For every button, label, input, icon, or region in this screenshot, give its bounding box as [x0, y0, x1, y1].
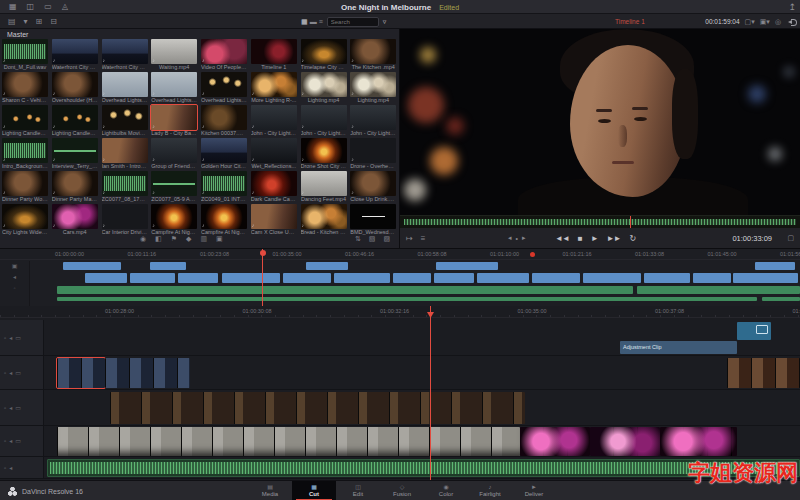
media-clip[interactable]: ♪Video Of People ... [201, 39, 249, 71]
filmstrip-view-icon[interactable]: ▬ [310, 18, 317, 26]
timeline-overview[interactable]: 01:00:00:0001:00:11:1601:00:23:0801:00:3… [0, 248, 800, 306]
lock-icon[interactable]: ▫ [4, 438, 6, 444]
speed-change-icon[interactable]: ↦ [406, 234, 413, 243]
film-icon[interactable]: ▭ [15, 370, 21, 376]
mute-icon[interactable]: ◂ [9, 438, 12, 444]
media-clip[interactable]: ♪Close Up Drink.mp4 [350, 171, 398, 203]
mute-icon[interactable]: ◂ [9, 465, 12, 471]
overview-clip[interactable] [130, 273, 175, 283]
stop-icon[interactable]: ■ [578, 234, 582, 243]
fullscreen-icon[interactable]: ▢ [787, 234, 794, 242]
overview-clip[interactable] [693, 273, 731, 283]
media-clip[interactable]: ♪More Lighting R-... [251, 72, 299, 104]
overview-clip[interactable] [644, 273, 690, 283]
timeline-clip[interactable] [57, 427, 520, 456]
media-clip[interactable]: Timeline 1 [251, 39, 299, 71]
overview-clip[interactable] [85, 273, 127, 283]
timeline-name[interactable]: Timeline 1 [615, 18, 645, 25]
overview-clip[interactable] [393, 273, 431, 283]
quick-export-icon[interactable]: ↥ [788, 2, 796, 12]
viewer-audio-scrubber[interactable] [400, 215, 800, 228]
detail-playhead[interactable] [430, 306, 431, 480]
flag-icon[interactable]: ⚑ [171, 235, 177, 243]
film-icon[interactable]: ▭ [15, 405, 21, 411]
tab-fairlight[interactable]: ♪Fairlight [468, 481, 512, 500]
overview-clip[interactable] [178, 273, 218, 283]
media-clip[interactable]: ♪Dinner Party Man... [52, 171, 100, 203]
track-header[interactable]: ▫◂▭ [0, 426, 44, 456]
overview-clip[interactable] [57, 286, 633, 294]
play-icon[interactable]: ► [591, 234, 598, 243]
media-clip[interactable]: ♪Dancing Feet.mp4 [301, 171, 349, 203]
overview-clip[interactable] [150, 262, 186, 270]
sync-clips-icon[interactable]: ◉ [140, 235, 146, 243]
media-clip[interactable]: BMD_Wednesday... [350, 204, 398, 235]
media-pool-icon[interactable]: ▦ [9, 0, 17, 13]
timeline-marker[interactable] [530, 252, 535, 257]
mute-icon[interactable]: ◂ [9, 405, 12, 411]
subclip-icon[interactable]: ▥ [200, 235, 207, 243]
overview-clip[interactable] [283, 273, 331, 283]
timeline-clip[interactable] [520, 427, 590, 456]
media-clip[interactable]: ♪Overhead Lights T... [201, 72, 249, 104]
track-header[interactable]: ▫◂▭ [0, 356, 44, 389]
media-clip[interactable]: ♪Dont_M_Full.wav [2, 39, 50, 71]
speaker-icon[interactable] [786, 18, 796, 26]
media-clip[interactable]: ♪Lighting Candles H... [52, 105, 100, 137]
media-clip[interactable]: ♪Intro_Background... [2, 138, 50, 170]
media-clip[interactable]: ♪John - City Lights... [251, 105, 299, 137]
tab-fusion[interactable]: ◇Fusion [380, 481, 424, 500]
track-header[interactable]: ▫◂ [0, 457, 44, 478]
jog-dot-icon[interactable]: • [516, 235, 518, 242]
film-icon[interactable]: ▭ [15, 438, 21, 444]
media-clip[interactable]: ♪Bread - Kitchen Sc... [301, 204, 349, 235]
next-clip-icon[interactable]: ►► [607, 234, 621, 243]
media-clip[interactable]: ♪Drone - Overhead... [350, 138, 398, 170]
lock-icon[interactable]: ▫ [4, 335, 6, 341]
sort-icon[interactable]: ⇅ [355, 235, 361, 243]
tools-icon[interactable]: ◬ [62, 0, 68, 13]
overview-clip[interactable] [532, 273, 580, 283]
dual-viewer-icon[interactable]: ◫ [27, 0, 35, 13]
media-clip[interactable]: ♪Lighting.mp4 [301, 72, 349, 104]
overview-clip[interactable] [222, 273, 280, 283]
media-clip[interactable]: ♪ZC0077_05-9 AB... [151, 171, 199, 203]
media-clip[interactable]: ♪Wet_Reflections... [251, 138, 299, 170]
media-clip[interactable]: ♪John - City Lights... [350, 105, 398, 137]
detail-ruler[interactable]: 01:00:28:0001:00:30:0801:00:32:1601:00:3… [0, 306, 800, 318]
lock-icon[interactable]: ▫ [4, 465, 6, 471]
mute-icon[interactable]: ◂ [9, 370, 12, 376]
single-viewer-icon[interactable]: ▭ [44, 0, 52, 13]
timeline-clip[interactable] [737, 322, 771, 340]
overview-clip[interactable] [57, 297, 757, 301]
media-clip[interactable]: ♪Kitchen 00037.mp4 [201, 105, 249, 137]
import-media-icon[interactable]: ⊞ [36, 17, 43, 26]
overview-clip[interactable] [477, 273, 529, 283]
media-clip[interactable]: ♪John - City Lights... [301, 105, 349, 137]
overview-clip[interactable] [63, 262, 121, 270]
timeline-clip[interactable] [105, 358, 190, 388]
tab-edit[interactable]: ◫Edit [336, 481, 380, 500]
timeline-clip[interactable] [590, 427, 660, 456]
tab-deliver[interactable]: ►Deliver [512, 481, 556, 500]
overview-clip[interactable] [637, 286, 800, 294]
clip-color-icon[interactable]: ◧ [155, 235, 162, 243]
media-clip[interactable]: ♪Ian Smith - Intro S... [102, 138, 150, 170]
timeline-clip[interactable] [660, 427, 737, 456]
media-clip[interactable]: ♪Waterfront City W... [102, 39, 150, 71]
media-clip[interactable]: ♪Dinner Party Wom... [2, 171, 50, 203]
media-clip[interactable]: ♪Waterfront City W... [52, 39, 100, 71]
media-clip[interactable]: ♪Overshoulder (Ho... [52, 72, 100, 104]
media-clip[interactable]: ♪Overhead Lights ... [151, 72, 199, 104]
media-clip[interactable]: ♪ZC0049_01 INTO... [201, 171, 249, 203]
tab-media[interactable]: ▤Media [248, 481, 292, 500]
tab-cut[interactable]: ▦Cut [292, 481, 336, 500]
bin-list-icon[interactable]: ▤ [8, 17, 16, 26]
timeline-clip[interactable] [57, 358, 105, 388]
media-clip[interactable]: ♪Cars.mp4 [52, 204, 100, 235]
list-bins-icon[interactable]: ▨ [383, 235, 390, 243]
overview-clip[interactable] [583, 273, 641, 283]
thumbnail-view-icon[interactable]: ▦ [301, 18, 308, 26]
lock-icon[interactable]: ▫ [4, 370, 6, 376]
overview-clip[interactable] [755, 262, 795, 270]
